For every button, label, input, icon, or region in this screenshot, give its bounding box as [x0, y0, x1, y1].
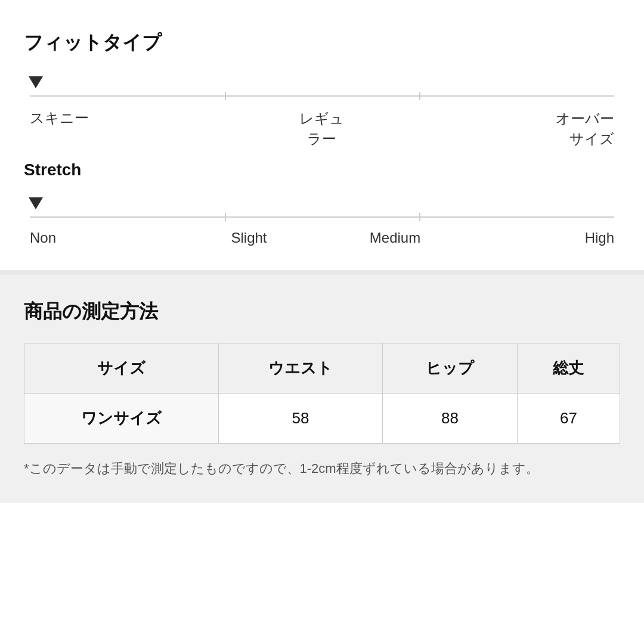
stretch-label-high: High	[468, 230, 614, 246]
measurement-table: サイズ ウエスト ヒップ 総丈 ワンサイズ 58 88 67	[24, 343, 620, 444]
row-size: ワンサイズ	[24, 394, 219, 444]
stretch-label-non: Non	[30, 230, 176, 246]
fit-type-title: フィットタイプ	[24, 30, 620, 56]
fit-label-skinny: スキニー	[30, 109, 222, 148]
measurement-title: 商品の測定方法	[24, 299, 620, 325]
stretch-scale: Non Slight Medium High	[30, 195, 614, 246]
row-length: 67	[517, 394, 620, 444]
row-waist: 58	[218, 394, 383, 444]
table-header-length: 総丈	[517, 343, 620, 394]
fit-type-scale: スキニー レギュラー オーバーサイズ	[30, 74, 614, 148]
stretch-title: Stretch	[24, 160, 620, 179]
measurement-section: 商品の測定方法 サイズ ウエスト ヒップ 総丈 ワンサイズ 58 88 67	[0, 275, 644, 503]
fit-label-oversize: オーバーサイズ	[422, 109, 614, 148]
fit-label-regular: レギュラー	[225, 109, 418, 148]
stretch-label-medium: Medium	[322, 230, 468, 246]
top-area: フィットタイプ スキニー レ	[0, 0, 644, 270]
table-header-size: サイズ	[24, 343, 219, 394]
fit-pointer-icon	[29, 76, 43, 88]
table-header-hip: ヒップ	[383, 343, 518, 394]
stretch-label-slight: Slight	[176, 230, 322, 246]
fit-type-section: フィットタイプ スキニー レ	[24, 30, 620, 148]
table-row: ワンサイズ 58 88 67	[24, 394, 620, 444]
stretch-pointer-icon	[29, 197, 43, 209]
row-hip: 88	[383, 394, 518, 444]
section-divider	[0, 270, 644, 275]
stretch-section: Stretch Non	[24, 160, 620, 246]
table-header-waist: ウエスト	[218, 343, 383, 394]
measurement-note: *このデータは手動で測定したものですので、1-2cm程度ずれている場合があります…	[24, 458, 620, 479]
